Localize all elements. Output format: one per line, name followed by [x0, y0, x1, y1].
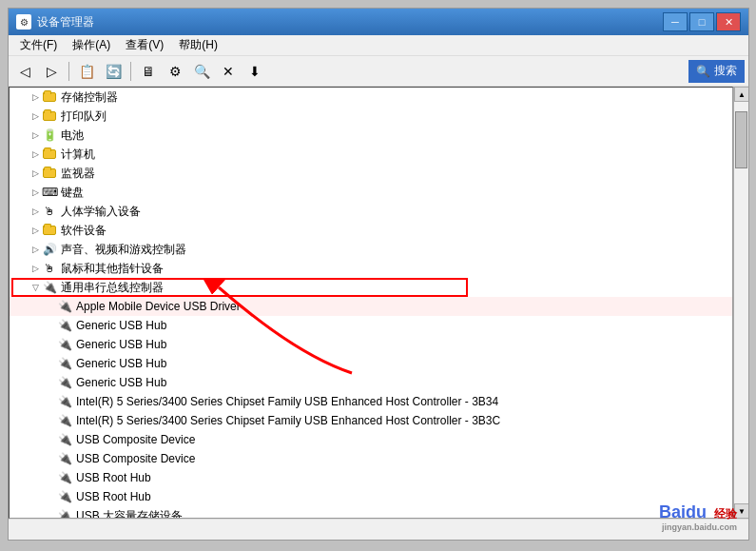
folder-icon [42, 108, 57, 124]
usb-composite-icon: 🔌 [57, 451, 72, 466]
tree-item-mouse[interactable]: ▷ 🖱 鼠标和其他指针设备 [10, 259, 732, 278]
battery-icon: 🔋 [42, 128, 57, 143]
tree-item-software[interactable]: ▷ 软件设备 [10, 221, 732, 240]
separator-1 [68, 62, 69, 81]
expand-icon [44, 471, 57, 484]
tree-item-intel2[interactable]: 🔌 Intel(R) 5 Series/3400 Series Chipset … [10, 411, 732, 430]
back-button[interactable]: ◁ [12, 59, 37, 84]
tree-item-usbroot1[interactable]: 🔌 USB Root Hub [10, 468, 732, 487]
expand-icon: ▷ [29, 243, 42, 256]
item-label: USB Composite Device [76, 433, 195, 446]
expand-icon: ▷ [29, 167, 42, 180]
tree-item-usb-ctrl[interactable]: ▽ 🔌 通用串行总线控制器 [10, 278, 732, 297]
tree-item-monitor[interactable]: ▷ 监视器 [10, 164, 732, 183]
mouse-icon: 🖱 [42, 261, 57, 276]
menu-view[interactable]: 查看(V) [118, 35, 171, 55]
item-label: Intel(R) 5 Series/3400 Series Chipset Fa… [76, 395, 498, 408]
expand-icon [44, 509, 57, 519]
tree-item-computer[interactable]: ▷ 计算机 [10, 145, 732, 164]
item-label: 声音、视频和游戏控制器 [61, 242, 186, 258]
tree-item-generic4[interactable]: 🔌 Generic USB Hub [10, 373, 732, 392]
tree-item-apple-mobile[interactable]: 🔌 Apple Mobile Device USB Driver [10, 297, 732, 316]
tree-item-usbcomp1[interactable]: 🔌 USB Composite Device [10, 430, 732, 449]
tree-item-battery[interactable]: ▷ 🔋 电池 [10, 126, 732, 145]
tree-item-printer[interactable]: ▷ 打印队列 [10, 107, 732, 126]
tree-item-usbcomp2[interactable]: 🔌 USB Composite Device [10, 449, 732, 468]
item-label: Generic USB Hub [76, 319, 166, 332]
scroll-up-button[interactable]: ▲ [734, 87, 748, 102]
device-manager-window: ⚙ 设备管理器 ─ □ ✕ 文件(F) 操作(A) 查看(V) 帮助(H) ◁ … [8, 8, 749, 541]
usb-controller-icon: 🔌 [57, 394, 72, 409]
minimize-button[interactable]: ─ [663, 12, 688, 31]
usb-controller-icon: 🔌 [57, 413, 72, 428]
refresh-button[interactable]: 🔄 [101, 59, 126, 84]
usb-hub-icon: 🔌 [57, 356, 72, 371]
expand-icon: ▷ [29, 186, 42, 199]
item-label: 监视器 [61, 166, 95, 182]
folder-icon [42, 89, 57, 105]
folder-icon [42, 166, 57, 181]
usb-hub-icon: 🔌 [57, 318, 72, 333]
expand-icon: ▷ [29, 109, 42, 123]
menu-action[interactable]: 操作(A) [65, 35, 118, 55]
title-bar: ⚙ 设备管理器 ─ □ ✕ [9, 9, 748, 35]
tree-item-usbmass[interactable]: 🔌 USB 大容量存储设备 [10, 506, 732, 519]
separator-2 [130, 62, 131, 81]
expand-icon [44, 490, 57, 503]
item-label: 打印队列 [61, 108, 107, 125]
forward-button[interactable]: ▷ [39, 59, 64, 84]
usb-hub-icon: 🔌 [57, 375, 72, 390]
item-label: 电池 [61, 128, 84, 144]
expand-icon [44, 395, 57, 408]
hid-icon: 🖱 [42, 204, 57, 219]
expand-icon [44, 452, 57, 465]
usb-device-icon: 🔌 [57, 299, 72, 314]
item-label: 键盘 [61, 185, 84, 201]
tree-item-storage[interactable]: ▷ 存储控制器 [10, 88, 732, 107]
expand-icon [44, 357, 57, 370]
maximize-button[interactable]: □ [689, 12, 714, 31]
tree-item-intel1[interactable]: 🔌 Intel(R) 5 Series/3400 Series Chipset … [10, 392, 732, 411]
item-label: 人体学输入设备 [61, 204, 141, 220]
expand-icon: ▷ [29, 128, 42, 142]
item-label: 软件设备 [61, 223, 107, 239]
folder-icon [42, 223, 57, 238]
update-button[interactable]: ⬇ [242, 59, 267, 84]
expand-icon: ▷ [29, 148, 42, 161]
usb-root-icon: 🔌 [57, 489, 72, 504]
close-button[interactable]: ✕ [716, 12, 741, 31]
folder-icon [42, 147, 57, 162]
expand-icon: ▷ [29, 205, 42, 218]
tree-item-generic2[interactable]: 🔌 Generic USB Hub [10, 335, 732, 354]
search-icon: 🔍 [696, 65, 710, 78]
tree-item-generic1[interactable]: 🔌 Generic USB Hub [10, 316, 732, 335]
item-label: 鼠标和其他指针设备 [61, 261, 164, 277]
expand-icon [44, 376, 57, 389]
item-label: USB Root Hub [76, 490, 151, 503]
baidu-watermark: Baidu 经验 jingyan.baidu.com [659, 502, 737, 532]
scroll-thumb[interactable] [735, 111, 747, 168]
menu-file[interactable]: 文件(F) [12, 35, 65, 55]
tree-item-generic3[interactable]: 🔌 Generic USB Hub [10, 354, 732, 373]
menu-bar: 文件(F) 操作(A) 查看(V) 帮助(H) [9, 35, 748, 56]
content-area: ▷ 存储控制器 ▷ 打印队列 ▷ 🔋 电池 ▷ 计算机 ▷ [9, 87, 748, 519]
tree-item-usbroot2[interactable]: 🔌 USB Root Hub [10, 487, 732, 506]
usb-ctrl-icon: 🔌 [42, 280, 57, 295]
toolbar: ◁ ▷ 📋 🔄 🖥 ⚙ 🔍 ✕ ⬇ 🔍 搜索 [9, 56, 748, 87]
scan-button[interactable]: 🔍 [189, 59, 214, 84]
tree-item-keyboard[interactable]: ▷ ⌨ 键盘 [10, 183, 732, 202]
item-label: 计算机 [61, 147, 95, 163]
computer-button[interactable]: 🖥 [136, 59, 161, 84]
tree-item-hid[interactable]: ▷ 🖱 人体学输入设备 [10, 202, 732, 221]
status-bar [9, 519, 748, 540]
settings-button[interactable]: ⚙ [163, 59, 187, 84]
item-label: USB 大容量存储设备 [76, 508, 183, 520]
tree-item-sound[interactable]: ▷ 🔊 声音、视频和游戏控制器 [10, 240, 732, 259]
scrollbar[interactable]: ▲ ▼ [733, 87, 748, 519]
item-label: Intel(R) 5 Series/3400 Series Chipset Fa… [76, 414, 500, 427]
remove-button[interactable]: ✕ [216, 59, 241, 84]
device-tree[interactable]: ▷ 存储控制器 ▷ 打印队列 ▷ 🔋 电池 ▷ 计算机 ▷ [9, 87, 733, 519]
menu-help[interactable]: 帮助(H) [171, 35, 225, 55]
expand-icon: ▷ [29, 90, 42, 104]
properties-button[interactable]: 📋 [74, 59, 99, 84]
